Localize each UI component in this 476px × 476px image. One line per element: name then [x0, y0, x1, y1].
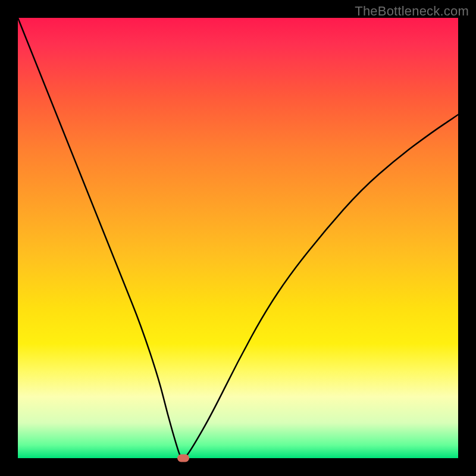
bottleneck-curve-path [18, 18, 458, 458]
chart-frame: TheBottleneck.com [0, 0, 476, 476]
optimal-point-marker [177, 455, 189, 462]
plot-area [18, 18, 458, 458]
watermark-text: TheBottleneck.com [355, 4, 469, 19]
curve-svg [18, 18, 458, 458]
